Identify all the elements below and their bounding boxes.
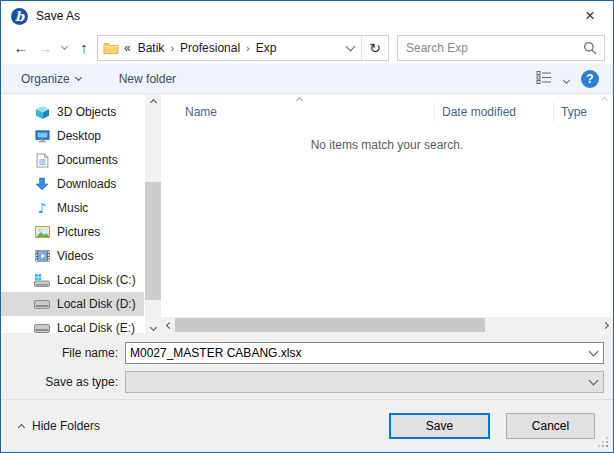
save-as-type-label: Save as type:	[1, 375, 125, 389]
sidebar-item-label: Desktop	[57, 129, 101, 143]
organize-button[interactable]: Organize	[21, 72, 81, 86]
column-header-date-modified[interactable]: Date modified	[435, 102, 554, 122]
file-name-dropdown-icon[interactable]	[583, 351, 603, 355]
toolbar-right: ?	[536, 70, 599, 88]
sidebar-item-local-disk-d[interactable]: Local Disk (D:)	[1, 292, 144, 316]
sidebar-item-music[interactable]: ♪ Music	[1, 196, 144, 220]
title-bar[interactable]: b Save As ×	[1, 1, 613, 31]
column-header-type[interactable]: Type	[554, 102, 613, 122]
view-options-dropdown-icon[interactable]	[564, 72, 569, 86]
file-fields-section: File name: Save as type:	[1, 333, 613, 399]
column-header-name[interactable]: Name	[161, 102, 435, 122]
cancel-button[interactable]: Cancel	[506, 413, 595, 439]
sidebar-item-label: Local Disk (D:)	[57, 297, 136, 311]
chevron-down-icon	[75, 73, 82, 80]
column-headers: Name Date modified Type	[161, 100, 613, 124]
sidebar-item-local-disk-c[interactable]: Local Disk (C:)	[1, 268, 144, 292]
folder-icon	[103, 41, 119, 55]
footer-buttons: Save Cancel	[389, 413, 595, 439]
3d-objects-icon	[34, 105, 50, 120]
scroll-down-icon[interactable]	[145, 328, 161, 330]
refresh-icon[interactable]: ↻	[362, 40, 388, 56]
videos-icon	[34, 250, 50, 262]
sidebar-item-label: Music	[57, 201, 88, 215]
pictures-icon	[34, 226, 50, 238]
hide-folders-label: Hide Folders	[32, 419, 100, 433]
chevron-up-icon	[18, 424, 25, 431]
sidebar-scrollbar-thumb[interactable]	[145, 182, 161, 300]
sidebar-item-documents[interactable]: Documents	[1, 148, 144, 172]
app-logo-icon: b	[11, 8, 28, 25]
details-view-icon[interactable]	[536, 70, 552, 87]
breadcrumb-segment-profesional[interactable]: Profesional	[175, 40, 245, 56]
address-dropdown-icon[interactable]	[339, 46, 361, 50]
horizontal-scrollbar-thumb[interactable]	[175, 318, 485, 332]
scroll-up-icon[interactable]	[145, 97, 161, 105]
dialog-footer: Hide Folders Save Cancel	[1, 399, 613, 452]
os-drive-icon	[34, 274, 50, 287]
save-as-dialog: b Save As × ← → ↑ « Batik › Profesional …	[0, 0, 614, 453]
sidebar-item-label: 3D Objects	[57, 105, 116, 119]
save-as-type-select[interactable]	[125, 371, 604, 393]
breadcrumb-overflow[interactable]: «	[124, 41, 131, 55]
downloads-icon	[34, 177, 50, 191]
sidebar-item-label: Downloads	[57, 177, 116, 191]
up-icon[interactable]: ↑	[71, 39, 97, 56]
command-toolbar: Organize New folder ?	[1, 64, 613, 94]
sidebar-item-label: Local Disk (E:)	[57, 321, 135, 335]
scroll-right-icon[interactable]	[597, 323, 613, 328]
file-name-label: File name:	[1, 346, 125, 360]
new-folder-label: New folder	[119, 72, 176, 86]
sidebar-item-pictures[interactable]: Pictures	[1, 220, 144, 244]
file-list: Name Date modified Type No items match y…	[161, 94, 613, 333]
file-name-row: File name:	[1, 342, 613, 364]
sidebar-item-label: Pictures	[57, 225, 100, 239]
sidebar-item-label: Videos	[57, 249, 93, 263]
close-icon[interactable]: ×	[567, 1, 613, 31]
organize-label: Organize	[21, 72, 70, 86]
save-button[interactable]: Save	[389, 413, 490, 439]
navigation-pane: 3D Objects Desktop Documents Downloads	[1, 94, 161, 333]
horizontal-scrollbar[interactable]	[161, 317, 613, 333]
forward-icon[interactable]: →	[33, 39, 57, 56]
file-name-combobox	[125, 342, 604, 364]
music-icon: ♪	[34, 200, 50, 216]
search-icon[interactable]	[583, 41, 597, 55]
save-as-type-row: Save as type:	[1, 371, 613, 393]
save-as-type-dropdown-icon[interactable]	[583, 380, 603, 384]
file-name-input[interactable]	[126, 346, 583, 360]
address-bar[interactable]: « Batik › Profesional › Exp ↻	[97, 35, 389, 61]
sidebar-item-downloads[interactable]: Downloads	[1, 172, 144, 196]
sidebar-item-label: Documents	[57, 153, 118, 167]
search-box	[397, 35, 605, 61]
help-button[interactable]: ?	[581, 70, 599, 88]
back-icon[interactable]: ←	[9, 39, 33, 56]
sidebar-item-desktop[interactable]: Desktop	[1, 124, 144, 148]
desktop-icon	[34, 129, 50, 144]
drive-icon	[34, 300, 50, 309]
window-title: Save As	[36, 9, 80, 23]
sidebar-item-label: Local Disk (C:)	[57, 273, 136, 287]
history-dropdown-icon[interactable]	[57, 47, 71, 49]
documents-icon	[34, 153, 50, 168]
main-area: 3D Objects Desktop Documents Downloads	[1, 94, 613, 333]
breadcrumb-segment-batik[interactable]: Batik	[133, 40, 170, 56]
drive-icon	[34, 324, 50, 333]
sidebar-item-videos[interactable]: Videos	[1, 244, 144, 268]
empty-folder-message: No items match your search.	[161, 138, 613, 152]
navigation-bar: ← → ↑ « Batik › Profesional › Exp ↻	[1, 31, 613, 64]
sidebar-item-3d-objects[interactable]: 3D Objects	[1, 100, 144, 124]
search-input[interactable]	[398, 41, 576, 55]
hide-folders-button[interactable]: Hide Folders	[19, 419, 100, 433]
sidebar-scrollbar[interactable]	[145, 94, 161, 333]
sidebar-item-local-disk-e[interactable]: Local Disk (E:)	[1, 316, 144, 340]
new-folder-button[interactable]: New folder	[119, 72, 176, 86]
breadcrumb-segment-exp[interactable]: Exp	[251, 40, 282, 56]
resize-grip[interactable]	[606, 445, 608, 447]
